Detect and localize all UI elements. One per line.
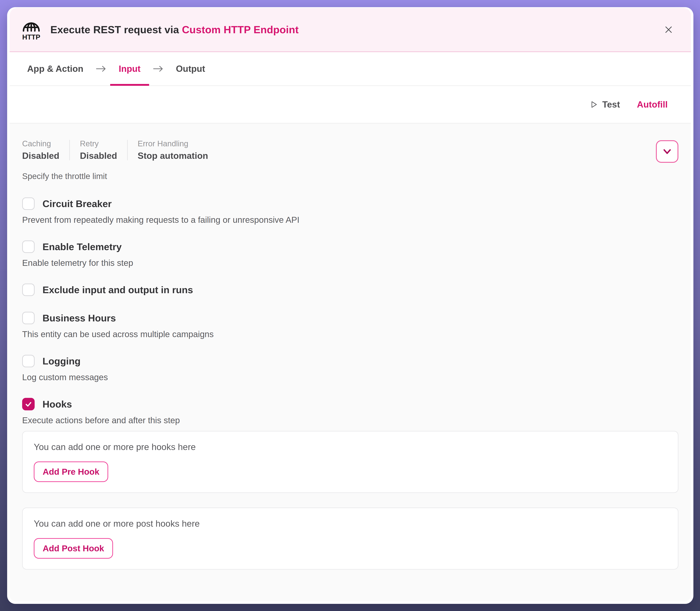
summary-retry: Retry Disabled [80,139,117,161]
summary-label: Caching [22,139,59,148]
collapse-settings-button[interactable] [656,140,679,163]
option-label: Hooks [43,399,72,409]
tab-input[interactable]: Input [110,52,149,85]
actions-row: Test Autofill [10,86,691,123]
autofill-button[interactable]: Autofill [637,99,668,110]
play-icon [590,100,598,109]
exclude-input-output-checkbox[interactable] [22,284,35,296]
test-button[interactable]: Test [590,99,620,110]
option-label: Exclude input and output in runs [43,284,193,295]
hooks-checkbox[interactable] [22,398,35,411]
circuit-breaker-checkbox[interactable] [22,197,35,210]
option-description: This entity can be used across multiple … [22,329,679,339]
close-button[interactable] [662,24,675,36]
close-icon [664,25,673,34]
option-circuit-breaker: Circuit Breaker Prevent from repeatedly … [22,197,679,225]
summary-value: Stop automation [138,151,208,161]
enable-telemetry-checkbox[interactable] [22,240,35,253]
option-description: Prevent from repeatedly making requests … [22,215,679,225]
business-hours-checkbox[interactable] [22,312,35,324]
settings-summary: Caching Disabled Retry Disabled Error Ha… [22,139,679,161]
summary-caching: Caching Disabled [22,139,59,161]
options-list: Circuit Breaker Prevent from repeatedly … [22,197,679,425]
post-hooks-card: You can add one or more post hooks here … [22,508,679,569]
summary-label: Error Handling [138,139,208,148]
arrow-right-icon [152,64,164,73]
option-business-hours: Business Hours This entity can be used a… [22,312,679,339]
option-description: Execute actions before and after this st… [22,415,679,425]
settings-panel: Caching Disabled Retry Disabled Error Ha… [10,123,691,601]
summary-label: Retry [80,139,117,148]
summary-value: Disabled [80,151,117,161]
add-pre-hook-button[interactable]: Add Pre Hook [34,461,108,482]
dialog-title-highlight: Custom HTTP Endpoint [182,24,299,35]
option-label: Logging [43,356,80,367]
divider [127,140,128,160]
divider [69,140,70,160]
add-post-hook-button[interactable]: Add Post Hook [34,538,113,558]
pre-hooks-card: You can add one or more pre hooks here A… [22,431,679,493]
step-tabs: App & Action Input Output [10,52,691,86]
option-label: Circuit Breaker [43,198,111,209]
option-exclude-input-output: Exclude input and output in runs [22,284,679,296]
option-label: Enable Telemetry [43,241,122,252]
http-endpoint-dialog: HTTP Execute REST request via Custom HTT… [7,7,694,604]
summary-value: Disabled [22,151,59,161]
option-label: Business Hours [43,312,116,324]
option-description: Enable telemetry for this step [22,258,679,268]
option-enable-telemetry: Enable Telemetry Enable telemetry for th… [22,240,679,268]
tab-app-and-action[interactable]: App & Action [18,52,92,85]
arrow-right-icon [95,64,107,73]
post-hooks-hint: You can add one or more post hooks here [34,519,667,529]
purple-backdrop: { "header": { "title_prefix": "Execute R… [0,0,700,611]
tab-output[interactable]: Output [167,52,214,85]
svg-text:HTTP: HTTP [22,33,40,41]
option-description: Log custom messages [22,372,679,382]
dialog-title: Execute REST request via Custom HTTP End… [50,24,299,35]
pre-hooks-hint: You can add one or more pre hooks here [34,442,667,452]
test-label: Test [602,99,620,110]
dialog-header: HTTP Execute REST request via Custom HTT… [10,8,691,52]
option-hooks: Hooks Execute actions before and after t… [22,398,679,425]
option-logging: Logging Log custom messages [22,355,679,382]
check-icon [24,399,33,409]
throttle-limit-hint: Specify the throttle limit [22,171,679,181]
logging-checkbox[interactable] [22,355,35,367]
http-globe-icon: HTTP [21,19,42,41]
chevron-down-icon [661,146,673,158]
summary-error-handling: Error Handling Stop automation [138,139,208,161]
